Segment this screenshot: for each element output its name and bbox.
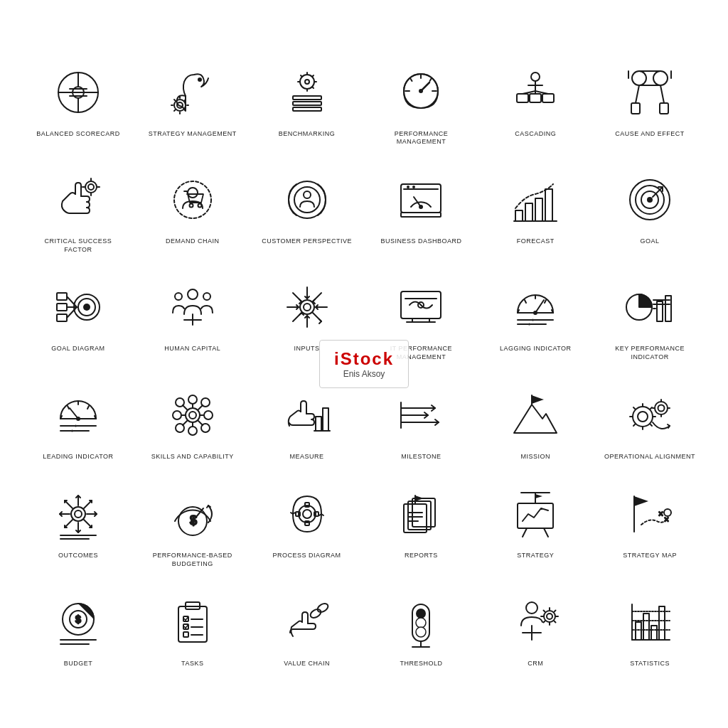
threshold-label: THRESHOLD xyxy=(400,660,442,668)
icon-item-lagging-indicator: LAGGING INDICATOR xyxy=(480,268,591,368)
icon-item-leading-indicator: LEADING INDICATOR xyxy=(23,376,134,469)
main-container: BALANCED SCORECARD xyxy=(23,53,705,675)
mission-label: MISSION xyxy=(520,453,550,461)
svg-rect-239 xyxy=(178,606,207,642)
svg-point-259 xyxy=(547,614,552,619)
inputs-label: INPUTS xyxy=(294,345,320,353)
svg-line-227 xyxy=(544,528,548,537)
svg-point-255 xyxy=(526,602,537,614)
lagging-indicator-label: LAGGING INDICATOR xyxy=(500,345,572,353)
icon-item-forecast: FORECAST xyxy=(480,161,591,261)
svg-rect-31 xyxy=(293,107,321,111)
goal-diagram-label: GOAL DIAGRAM xyxy=(51,345,105,353)
svg-point-252 xyxy=(416,627,426,637)
leading-indicator-icon xyxy=(46,383,110,447)
icon-item-strategy-map: × × STRATEGY MAP xyxy=(594,475,705,575)
cascading-label: CASCADING xyxy=(515,130,556,139)
customer-perspective-label: CUSTOMER PERSPECTIVE xyxy=(262,237,352,246)
svg-text:$: $ xyxy=(190,513,197,528)
customer-perspective-icon xyxy=(275,168,339,232)
icon-item-statistics: STATISTICS xyxy=(594,583,705,675)
svg-rect-274 xyxy=(643,614,649,640)
milestone-label: MILESTONE xyxy=(401,453,441,461)
svg-line-18 xyxy=(174,109,176,111)
svg-rect-90 xyxy=(57,304,67,311)
cascading-icon xyxy=(503,60,567,124)
crm-label: CRM xyxy=(528,660,543,668)
svg-rect-79 xyxy=(515,210,523,221)
icon-item-balanced-scorecard: BALANCED SCORECARD xyxy=(23,53,134,154)
svg-rect-81 xyxy=(535,198,542,221)
svg-point-251 xyxy=(416,618,426,628)
svg-rect-218 xyxy=(404,504,427,532)
outcomes-label: OUTCOMES xyxy=(58,552,98,560)
value-chain-label: VALUE CHAIN xyxy=(284,660,330,668)
strategy-map-icon: × × xyxy=(618,482,682,546)
icon-item-goal-diagram: GOAL DIAGRAM xyxy=(23,268,134,368)
operational-alignment-label: OPERATIONAL ALIGNMENT xyxy=(604,453,695,461)
svg-point-157 xyxy=(204,411,213,419)
svg-point-102 xyxy=(203,293,210,300)
svg-point-9 xyxy=(198,77,202,82)
svg-line-53 xyxy=(636,85,639,103)
svg-text:×: × xyxy=(658,509,663,519)
icon-item-tasks: TASKS xyxy=(137,583,248,675)
svg-line-27 xyxy=(312,87,314,88)
svg-point-98 xyxy=(188,289,198,299)
forecast-icon xyxy=(503,168,567,232)
demand-chain-label: DEMAND CHAIN xyxy=(166,237,220,246)
svg-point-101 xyxy=(175,293,182,300)
statistics-label: STATISTICS xyxy=(630,660,670,668)
mission-icon xyxy=(503,383,567,447)
icon-item-key-performance-indicator: KEY PERFORMANCE INDICATOR xyxy=(594,268,705,368)
operational-alignment-icon xyxy=(618,383,682,447)
key-performance-indicator-icon xyxy=(618,275,682,339)
svg-point-131 xyxy=(528,323,530,326)
svg-text:$: $ xyxy=(75,614,81,625)
cause-and-effect-icon xyxy=(618,60,682,124)
inputs-icon xyxy=(275,275,339,339)
svg-line-185 xyxy=(651,424,653,426)
svg-rect-44 xyxy=(530,94,541,102)
goal-icon xyxy=(618,168,682,232)
strategy-management-label: STRATEGY MANAGEMENT xyxy=(149,130,237,139)
benchmarking-label: BENCHMARKING xyxy=(279,130,336,139)
icon-item-reports: REPORTS xyxy=(365,475,476,575)
svg-line-267 xyxy=(544,621,545,622)
icon-item-mission: MISSION xyxy=(480,376,591,469)
skills-and-capability-label: SKILLS AND CAPABILITY xyxy=(151,453,234,461)
icon-item-crm: CRM xyxy=(480,583,591,675)
svg-line-16 xyxy=(174,100,176,101)
svg-rect-45 xyxy=(542,94,554,102)
lagging-indicator-icon xyxy=(503,275,567,339)
svg-point-210 xyxy=(299,505,316,523)
icon-item-demand-chain: DEMAND CHAIN xyxy=(137,161,248,261)
svg-line-54 xyxy=(660,85,664,103)
threshold-icon xyxy=(389,590,453,654)
svg-point-87 xyxy=(647,197,653,203)
icon-item-cause-and-effect: CAUSE AND EFFECT xyxy=(594,53,705,154)
svg-point-247 xyxy=(309,607,322,619)
svg-rect-80 xyxy=(525,203,532,221)
svg-rect-275 xyxy=(651,626,657,640)
icon-item-business-dashboard: BUSINESS DASHBOARD xyxy=(365,161,476,261)
performance-based-budgeting-icon: $ xyxy=(161,482,225,546)
svg-point-153 xyxy=(189,412,196,419)
svg-line-264 xyxy=(544,610,545,611)
svg-line-38 xyxy=(410,78,412,81)
performance-management-icon xyxy=(389,60,453,124)
process-diagram-label: PROCESS DIAGRAM xyxy=(273,552,341,560)
svg-point-154 xyxy=(188,395,197,404)
svg-point-151 xyxy=(71,429,73,432)
budget-icon: $ xyxy=(46,590,110,654)
svg-point-71 xyxy=(304,191,311,198)
svg-line-200 xyxy=(65,500,73,508)
icon-item-goal: GOAL xyxy=(594,161,705,261)
svg-line-226 xyxy=(523,528,527,537)
svg-rect-171 xyxy=(323,408,328,431)
icon-item-value-chain: VALUE CHAIN xyxy=(252,583,363,675)
icon-item-critical-success-factor: CRITICAL SUCCESS FACTOR xyxy=(23,161,134,261)
strategy-map-label: STRATEGY MAP xyxy=(623,552,677,560)
svg-line-39 xyxy=(430,78,432,81)
icon-grid: BALANCED SCORECARD xyxy=(23,53,705,675)
